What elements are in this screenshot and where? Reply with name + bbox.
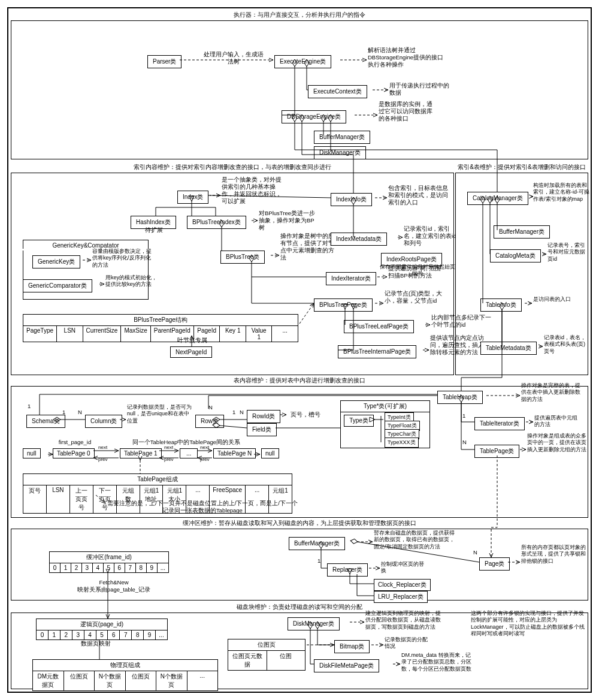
note: 用于传递执行过程中的数据 <box>389 82 449 96</box>
label: 1 <box>462 412 465 420</box>
note: 提供遍历表中元组的方法 <box>534 415 582 429</box>
box-execute-context: ExecuteContext类 <box>308 85 367 98</box>
note: 叶节点专属 <box>171 337 213 344</box>
note: 记录数据页的分配情况 <box>385 636 432 650</box>
box-table-heap: TableHeap类 <box>437 391 483 404</box>
box-index-info: IndexInfo类 <box>331 193 372 206</box>
note: 对BPlusTree类进一步抽象，操作对象为BP树 <box>259 210 319 231</box>
note: 处理用户输入，生成语法树 <box>204 51 264 65</box>
box-bpt-internal: BPlusTreeInternalPage类 <box>338 345 416 358</box>
label: N <box>240 409 244 416</box>
note: 记录节点(页)类型，大小，容量，父节点id <box>385 290 444 304</box>
label: 1 <box>28 403 31 410</box>
box-type-xxx: TypeXXX类 <box>385 437 419 448</box>
box-index-iterator: IndexIterator类 <box>326 272 376 285</box>
section-title: 表内容维护：提供对表中内容进行增删改查的接口 <box>11 376 588 385</box>
label: prev <box>200 457 210 463</box>
note: 操作对象是完整的表，提供在表中插入更新删除数据的方法 <box>521 382 584 403</box>
box-replacer: Replacer类 <box>327 563 368 577</box>
note: 操作对象是树中的所有节点，提供了对节点中元素增删查的方法 <box>280 233 337 261</box>
box-dots: ... <box>180 448 198 458</box>
box-disk-mgr: DiskManager类 <box>288 617 340 630</box>
note: 控制缓冲区页的替换 <box>381 561 429 575</box>
box-catalog-meta: CatalogMeta类 <box>490 249 541 262</box>
box-disk-mgr-top: DiskManager类 <box>314 146 366 159</box>
box-table-iterator: TableIterator类 <box>474 417 525 430</box>
label: 1 <box>62 409 65 416</box>
box-buffer-mgr-top: BufferManager类 <box>314 131 370 144</box>
box-execute-engine: ExecuteEngine类 <box>274 55 331 68</box>
box-lru-replacer: LRU_Replacer类 <box>374 591 428 603</box>
note: 同一个TableHeap中的TablePage间的关系 <box>117 439 255 446</box>
note: 解析语法树并通过DBStorageEngine提供的接口执行各种操作 <box>368 47 446 68</box>
section-title: 执行器：与用户直接交互，分析并执行用户的指令 <box>11 11 588 19</box>
note: 待扩展 <box>139 227 169 234</box>
section-title: 缓冲区维护：暂存从磁盘读取和写入到磁盘的内容，为上层提供获取和管理数据页的接口 <box>11 519 588 527</box>
box-bpt-leaf: BPlusTreeLeafPage类 <box>344 320 414 333</box>
note: Fetch&New 映射关系由page_table_记录 <box>66 579 162 593</box>
note: 这两个部分有许多锁的实现与接口，提供了并发控制的扩展可能性，对应的上层类为Loc… <box>471 610 588 637</box>
box-bitmap: Bitmap类 <box>334 640 370 653</box>
note: 容量由模版参数决定，提供将key序列化/反序列化的方法 <box>92 248 152 268</box>
note: 记录列数据类型，是否可为null，是否unique和在表中位置 <box>127 404 193 424</box>
label: N <box>462 439 467 446</box>
box-next-page-id: NextPageId <box>170 346 212 358</box>
box-null2: null <box>261 448 279 458</box>
box-disk-file-meta: DiskFileMetaPage类 <box>314 659 379 672</box>
table-bitmap-page: 位图页 位图页元数据 位图 <box>228 639 305 671</box>
note: 操作对象是组成表的众多页中的一页，提供在该页插入更新删除元组的方法 <box>527 433 587 453</box>
label: prev <box>98 457 108 463</box>
label: prev <box>164 457 174 463</box>
note: 需要注意的是，上/下一页并不是磁盘位置上的上/下一页，而是上/下一个记录同一张表… <box>107 500 298 514</box>
box-gk-title: GenericKey&Compatator <box>23 240 149 249</box>
box-field: Field类 <box>247 423 277 436</box>
note: 记录索引id，索引名，建立索引的表id和列号 <box>404 225 458 247</box>
note: 保存不同索引编号对应的起始页编号 <box>379 264 456 277</box>
box-rowid: RowId类 <box>247 410 280 423</box>
box-row: Row类 <box>195 415 224 428</box>
box-schema: Schema类 <box>26 415 65 428</box>
note: 是一个抽象类，对外提供索引的几种基本操作，并返回状态标识，可以扩展 <box>222 176 282 205</box>
box-generic-comp: GenericComparator类 <box>23 279 92 292</box>
box-clock-replacer: Clock_Replacer类 <box>374 579 431 591</box>
note: 是数据库的实例，通过它可以访问数据库的各种接口 <box>379 101 432 122</box>
label: 1 <box>232 409 235 416</box>
label: N <box>473 549 477 556</box>
box-bpt: BPlusTree类 <box>220 251 265 264</box>
box-null1: null <box>23 448 41 458</box>
note: 包含索引，目标表信息和索引的模式，是访问索引的入口 <box>388 185 451 206</box>
box-index-meta: IndexMetadata类 <box>331 233 387 246</box>
box-catalog-mgr: CatalogManager类 <box>467 192 528 205</box>
note: 构造时加载所有的表和索引，建立名称-id-可操作表/索引对象的map <box>533 182 590 203</box>
box-bpt-page: BPlusTreePage类 <box>314 298 373 312</box>
box-table-info: TableInfo类 <box>480 298 522 312</box>
note: 页号，槽号 <box>288 411 323 418</box>
box-parser: Parser类 <box>147 55 181 68</box>
box-index: Index类 <box>177 191 208 204</box>
section-title: 索引&表维护：提供对索引&表增删和访问的接口 <box>455 163 588 171</box>
box-type: Type类 <box>344 415 374 427</box>
box-buffer-mgr-cat: BufferManager类 <box>494 225 550 239</box>
note: 是访问表的入口 <box>533 296 575 303</box>
label: next <box>98 445 107 451</box>
box-type-star: Type*类(可扩展) <box>340 400 430 412</box>
note: 用key的模式初始化，提供比较key的方法 <box>105 274 159 288</box>
label: 1 <box>317 557 320 565</box>
note: DM.meta_data 转换而来，记录了已分配数据页总数，分区数，每个分区已分… <box>401 652 473 672</box>
table-logic-page: 逻辑页(page_id) 0123456789... <box>36 618 168 640</box>
label: N <box>78 409 82 416</box>
box-column: Column类 <box>85 415 122 428</box>
note: 暂存来自磁盘的数据页，提供获得新的数据页，取得已有的数据页，固定/取消固定数据页… <box>374 530 455 550</box>
box-buffer-mgr: BufferManager类 <box>289 537 345 550</box>
note: 记录表id，表名，表模式和头表(页)页号 <box>544 334 589 355</box>
box-tp1: TablePage 1 <box>120 448 162 458</box>
note: 建立逻辑页到物理页的映射，提供分配回收数据页，从磁盘读数据页，写数据页到磁盘的方… <box>365 610 443 630</box>
box-table-page: TablePage类 <box>474 445 519 458</box>
box-bpt-index: BPlusTreeIndex类 <box>187 216 246 229</box>
note: 所有的内存页都以页对象的形式呈现，提供了共享锁和排他锁的接口 <box>521 544 587 565</box>
table-bpt-struct: BPlusTreePage结构 PageType LSN CurrentSize… <box>23 314 298 342</box>
table-buffer-frame: 缓冲区(frame_id) 0123456789... <box>49 551 169 573</box>
box-generic-key: GenericKey类 <box>32 255 80 268</box>
box-db-storage-engine: DBStorageEngine类 <box>282 110 346 123</box>
section-title: 索引内容维护：提供对索引内容增删改查的接口，与表的增删改查同步进行 <box>11 163 454 171</box>
